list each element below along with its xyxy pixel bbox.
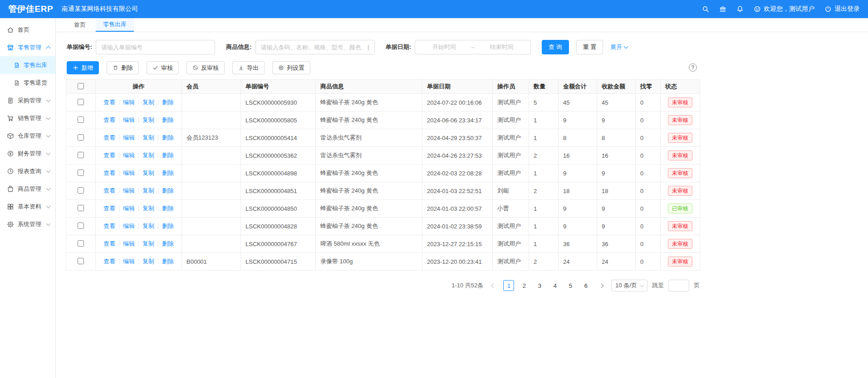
copy-link[interactable]: 复制	[142, 134, 154, 141]
qty-cell: 1	[529, 111, 559, 129]
edit-link[interactable]: 编辑	[123, 134, 135, 141]
unaudit-button[interactable]: 反审核	[186, 61, 225, 74]
page-button-1[interactable]: 1	[503, 280, 514, 291]
row-delete-link[interactable]: 删除	[162, 205, 174, 212]
row-checkbox[interactable]	[78, 240, 84, 247]
page-size-select[interactable]: 10 条/页	[611, 280, 647, 291]
sidebar-item-warehouse[interactable]: 仓库管理	[0, 127, 55, 145]
product-cell: 录像带 100g	[316, 253, 422, 271]
prev-page-button[interactable]	[488, 280, 499, 291]
copy-link[interactable]: 复制	[142, 152, 154, 159]
reset-button[interactable]: 重 置	[576, 40, 603, 54]
row-delete-link[interactable]: 删除	[162, 99, 174, 106]
view-link[interactable]: 查看	[103, 223, 115, 229]
row-delete-link[interactable]: 删除	[162, 258, 174, 265]
tab-home[interactable]: 首页	[67, 18, 93, 32]
received-cell: 16	[597, 147, 636, 165]
view-link[interactable]: 查看	[103, 99, 115, 106]
sidebar-item-products[interactable]: 商品管理	[0, 180, 55, 198]
order-no-input[interactable]	[96, 40, 215, 54]
edit-link[interactable]: 编辑	[123, 99, 135, 106]
page-button-2[interactable]: 2	[519, 280, 530, 291]
export-button[interactable]: 导出	[232, 61, 265, 74]
view-link[interactable]: 查看	[103, 240, 115, 247]
copy-link[interactable]: 复制	[142, 170, 154, 176]
topbar-actions: 欢迎您，测试用户 退出登录	[702, 5, 860, 13]
next-page-button[interactable]	[596, 280, 607, 291]
column-settings-button[interactable]: 列设置	[272, 61, 310, 74]
page-button-6[interactable]: 6	[580, 280, 591, 291]
row-checkbox[interactable]	[78, 223, 84, 229]
row-delete-link[interactable]: 删除	[162, 134, 174, 141]
page-button-4[interactable]: 4	[549, 280, 560, 291]
cart-icon	[7, 115, 14, 122]
view-link[interactable]: 查看	[103, 205, 115, 212]
row-checkbox[interactable]	[78, 152, 84, 158]
delete-button[interactable]: 删除	[107, 61, 139, 74]
edit-link[interactable]: 编辑	[123, 152, 135, 159]
row-checkbox[interactable]	[78, 99, 84, 105]
edit-link[interactable]: 编辑	[123, 205, 135, 212]
view-link[interactable]: 查看	[103, 116, 115, 123]
sidebar-item-sales[interactable]: 销售管理	[0, 109, 55, 127]
edit-link[interactable]: 编辑	[123, 187, 135, 194]
edit-link[interactable]: 编辑	[123, 258, 135, 265]
search-button[interactable]	[702, 5, 709, 13]
row-delete-link[interactable]: 删除	[162, 187, 174, 194]
edit-link[interactable]: 编辑	[123, 170, 135, 176]
sidebar-item-system[interactable]: 系统管理	[0, 215, 55, 233]
date-range-picker[interactable]: 开始时间 ~ 结束时间	[415, 40, 531, 54]
row-checkbox[interactable]	[78, 258, 84, 264]
page-button-3[interactable]: 3	[534, 280, 545, 291]
view-link[interactable]: 查看	[103, 134, 115, 141]
row-checkbox[interactable]	[78, 170, 84, 176]
sidebar-item-home[interactable]: 首页	[0, 21, 55, 39]
col-operator: 操作员	[493, 80, 529, 94]
row-delete-link[interactable]: 删除	[162, 240, 174, 247]
row-checkbox[interactable]	[78, 116, 84, 123]
help-icon[interactable]: ?	[689, 63, 697, 72]
expand-link[interactable]: 展开	[610, 43, 628, 51]
audit-button[interactable]: 审核	[147, 61, 179, 74]
view-link[interactable]: 查看	[103, 187, 115, 194]
view-link[interactable]: 查看	[103, 258, 115, 265]
logout-button[interactable]: 退出登录	[824, 5, 860, 13]
product-cell: 蜂蜜柚子茶 240g 黄色	[316, 94, 422, 111]
copy-link[interactable]: 复制	[142, 116, 154, 123]
sidebar-item-basic-data[interactable]: 基本资料	[0, 198, 55, 215]
product-info-input[interactable]	[255, 40, 375, 54]
edit-link[interactable]: 编辑	[123, 223, 135, 229]
row-delete-link[interactable]: 删除	[162, 152, 174, 159]
sidebar-item-retail-outbound[interactable]: 零售出库	[0, 56, 55, 74]
page-button-5[interactable]: 5	[565, 280, 576, 291]
sidebar-item-retail[interactable]: 零售管理	[0, 39, 55, 56]
copy-link[interactable]: 复制	[142, 187, 154, 194]
row-delete-link[interactable]: 删除	[162, 223, 174, 229]
select-all-checkbox[interactable]	[78, 83, 84, 89]
sidebar-item-retail-return[interactable]: 零售退货	[0, 74, 55, 92]
add-button[interactable]: 新增	[67, 61, 99, 74]
tab-retail-outbound[interactable]: 零售出库	[96, 18, 134, 32]
copy-link[interactable]: 复制	[142, 223, 154, 229]
copy-link[interactable]: 复制	[142, 240, 154, 247]
copy-link[interactable]: 复制	[142, 99, 154, 106]
view-link[interactable]: 查看	[103, 170, 115, 176]
notifications-button[interactable]	[736, 5, 744, 13]
edit-link[interactable]: 编辑	[123, 240, 135, 247]
sidebar-item-reports[interactable]: 报表查询	[0, 162, 55, 180]
sidebar-item-purchase[interactable]: 采购管理	[0, 92, 55, 109]
view-link[interactable]: 查看	[103, 152, 115, 159]
copy-link[interactable]: 复制	[142, 258, 154, 265]
sidebar-item-finance[interactable]: 财务管理	[0, 145, 55, 162]
user-menu[interactable]: 欢迎您，测试用户	[754, 5, 814, 13]
platform-button[interactable]	[719, 5, 726, 13]
row-checkbox[interactable]	[78, 134, 84, 141]
copy-link[interactable]: 复制	[142, 205, 154, 212]
row-delete-link[interactable]: 删除	[162, 170, 174, 176]
row-delete-link[interactable]: 删除	[162, 116, 174, 123]
search-submit-button[interactable]: 查 询	[542, 40, 569, 54]
row-checkbox[interactable]	[78, 187, 84, 194]
edit-link[interactable]: 编辑	[123, 116, 135, 123]
jump-page-input[interactable]	[668, 280, 689, 291]
row-checkbox[interactable]	[78, 205, 84, 211]
